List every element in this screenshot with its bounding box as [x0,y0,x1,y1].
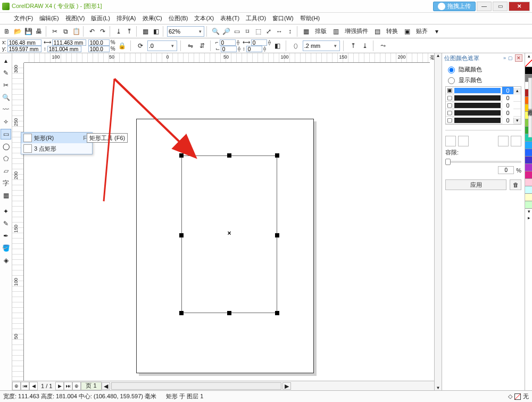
ruler-horizontal[interactable]: 毫米 10050050100150200 [24,53,430,63]
page-prev-button[interactable]: ◀ [29,382,38,390]
zoom-in-icon[interactable]: 🔍 [211,27,220,36]
corner-y-input[interactable] [221,46,237,52]
window-maximize-button[interactable]: ▭ [493,2,508,11]
to-front-icon[interactable]: ⤒ [348,41,358,51]
freehand-tool-icon[interactable]: 〰 [1,104,11,115]
ruler-vertical[interactable]: 30025020015010050 [12,63,24,381]
mask-swatch[interactable] [454,103,501,108]
handle-se[interactable] [275,311,279,315]
chevron-down-icon[interactable]: ▾ [432,27,442,36]
mask-row-3[interactable]: ▢ 0 [446,109,521,117]
scale-y-input[interactable] [88,46,110,52]
fill-tool-icon[interactable]: 🪣 [1,243,11,253]
ellipse-tool-icon[interactable]: ◯ [1,141,11,152]
copy-icon[interactable]: ⧉ [61,27,70,36]
menu-l[interactable]: 版面(L) [88,14,113,22]
menu-x[interactable]: 文本(X) [191,14,217,22]
zoom-out-icon[interactable]: 🔎 [221,27,231,36]
page-next-button[interactable]: ▶ [55,382,64,390]
lock-aspect-icon[interactable]: 🔒 [118,41,127,51]
crop-tool-icon[interactable]: ✂ [1,80,11,91]
page-tab-1[interactable]: 页 1 [81,382,101,390]
hscroll-right-button[interactable]: ▶ [282,382,291,390]
outline-tool-icon[interactable]: ✒ [1,231,11,241]
dup-x-input[interactable] [251,39,267,46]
pick-tool-icon[interactable]: ▴ [1,55,11,66]
vertical-scrollbar[interactable] [434,53,442,390]
menu-a[interactable]: 排列(A) [113,14,139,22]
handle-ne[interactable] [275,153,279,158]
mask-check[interactable]: ▣ [446,87,453,94]
save-icon[interactable]: 💾 [23,27,33,36]
outline-width-input[interactable] [303,43,332,49]
shape-tool-icon[interactable]: ✎ [1,68,11,78]
mask-row-1[interactable]: ▢ 0 [446,94,521,102]
edit-color-icon[interactable] [458,136,469,146]
interactive-fill-icon[interactable]: ◈ [1,255,11,266]
menu-t[interactable]: 表格(T) [217,14,243,22]
menu-h[interactable]: 帮助(H) [297,14,323,22]
page-first-button[interactable]: ⏮ [21,382,29,390]
dup-y-input[interactable] [246,46,262,52]
zoom-all-icon[interactable]: ⬚ [253,27,263,36]
handle-s[interactable] [227,311,231,315]
menu-o[interactable]: 工具(O) [243,14,269,22]
radio-show-input[interactable] [448,77,455,84]
enhance-icon[interactable]: ▥ [331,27,340,36]
zoom-sel-icon[interactable]: ⌑ [243,27,252,36]
to-back-icon[interactable]: ⤓ [360,41,370,51]
height-input[interactable] [47,46,81,52]
palette-expand-button[interactable]: ▸ [525,215,532,221]
hscroll-left-button[interactable]: ◀ [102,382,110,390]
mask-swatch[interactable] [454,118,501,123]
docker-close-button[interactable]: ✕ [515,54,522,62]
undo-icon[interactable]: ↶ [87,27,97,36]
zoom-combo[interactable]: ▾ [167,26,204,37]
table-tool-icon[interactable]: ▦ [1,190,11,201]
handle-center[interactable]: × [227,231,231,235]
align-button[interactable]: 贴齐 [413,26,431,36]
mask-check[interactable]: ▢ [446,102,453,109]
mask-swatch[interactable] [454,95,501,101]
new-icon[interactable]: 🗎 [2,27,12,36]
polygon-tool-icon[interactable]: ⬠ [1,153,11,164]
open-mask-icon[interactable] [511,136,521,146]
zoom-page-icon[interactable]: ▭ [232,27,242,36]
import-icon[interactable]: ⤓ [114,27,123,36]
palette-swatch[interactable] [525,157,532,164]
palette-swatch[interactable] [525,142,532,149]
palette-swatch[interactable] [525,67,532,75]
handle-sw[interactable] [179,311,184,315]
handle-e[interactable] [275,233,279,237]
palette-swatch[interactable] [525,164,532,171]
basic-shapes-icon[interactable]: ▱ [1,166,11,176]
paste-icon[interactable]: 📋 [71,27,81,36]
convert-icon[interactable]: ▤ [372,27,382,36]
page-last-button[interactable]: ⏭ [64,382,72,390]
round-corners-icon[interactable]: ◧ [273,41,282,51]
pos-x-input[interactable] [7,39,41,46]
rotation-input[interactable] [148,43,169,49]
menu-b[interactable]: 位图(B) [165,14,192,22]
docker-rollup-button[interactable]: ▢ [508,55,513,61]
zoom-tool-icon[interactable]: 🔍 [1,92,11,103]
eyedropper-icon[interactable] [445,136,456,146]
mask-row-0[interactable]: ▣ 0 ▴ [446,87,521,94]
menu-e[interactable]: 编辑(E) [36,14,62,22]
flyout-item-1[interactable]: 3 点矩形 [21,143,92,154]
palette-swatch[interactable] [525,149,532,157]
menu-w[interactable]: 窗口(W) [269,14,297,22]
remove-mask-button[interactable]: 🗑 [510,179,521,190]
handle-w[interactable] [179,233,184,237]
print-icon[interactable]: 🖶 [34,27,44,36]
mask-scroll-up[interactable]: ▴ [513,88,521,93]
tolerance-slider[interactable] [445,161,521,163]
apply-button[interactable]: 应用 [445,179,506,190]
horizontal-scrollbar[interactable] [111,382,281,390]
save-mask-icon[interactable] [498,136,509,146]
mask-check[interactable]: ▢ [446,109,453,116]
open-icon[interactable]: 📂 [13,27,22,36]
tolerance-value-input[interactable] [498,166,514,174]
radio-hide-colors[interactable]: 隐藏颜色 [445,65,521,73]
page-add-after-button[interactable]: ⊕ [72,382,81,390]
